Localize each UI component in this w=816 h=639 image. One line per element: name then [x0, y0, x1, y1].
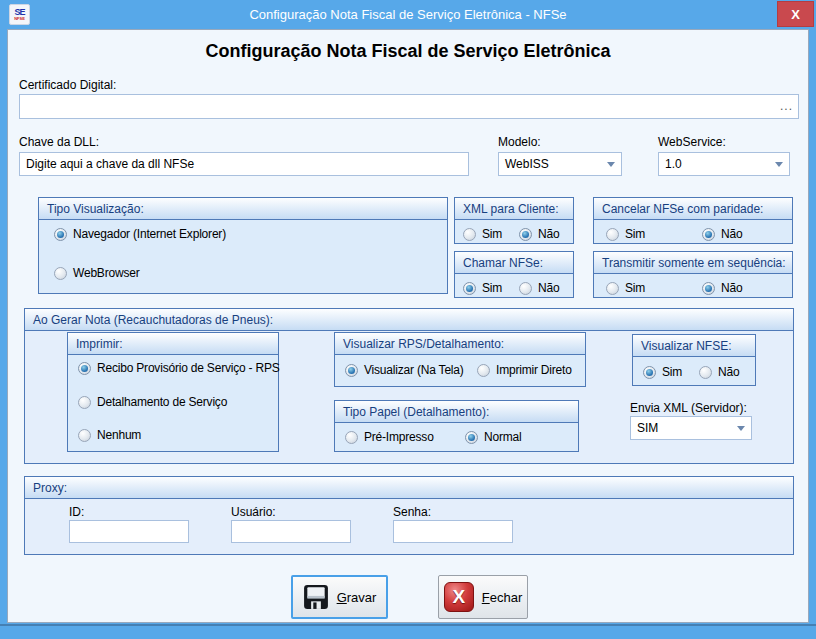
- radio-icon: [463, 282, 476, 295]
- radio-icon: [606, 282, 619, 295]
- radio-label: Sim: [662, 365, 682, 379]
- radio-icon: [345, 431, 358, 444]
- radio-imprimir-rps[interactable]: Recibo Provisório de Serviço - RPS: [78, 361, 280, 375]
- envia-xml-value: SIM: [637, 421, 737, 435]
- group-ao-gerar-nota: Ao Gerar Nota (Recauchutadoras de Pneus)…: [24, 308, 794, 464]
- group-cancelar-paridade-title: Cancelar NFSe com paridade:: [594, 198, 792, 220]
- page-title: Configuração Nota Fiscal de Serviço Elet…: [8, 41, 808, 62]
- close-button[interactable]: X: [777, 1, 814, 27]
- group-tipo-papel: Tipo Papel (Detalhamento): Pré-Impresso …: [334, 400, 579, 452]
- group-transmitir-sequencia-title: Transmitir somente em sequência:: [594, 252, 792, 274]
- webservice-value: 1.0: [665, 157, 775, 171]
- group-visualizar-nfse-title: Visualizar NFSE:: [633, 335, 755, 357]
- proxy-usuario-input[interactable]: [231, 520, 351, 543]
- group-tipo-papel-title: Tipo Papel (Detalhamento):: [335, 401, 578, 423]
- radio-icon: [477, 364, 490, 377]
- radio-label: Imprimir Direto: [496, 363, 572, 377]
- radio-visualizar-nfse-sim[interactable]: Sim: [643, 365, 682, 379]
- certificado-label: Certificado Digital:: [19, 78, 116, 92]
- chevron-down-icon: [775, 162, 783, 167]
- radio-chamar-sim[interactable]: Sim: [463, 281, 502, 295]
- fechar-button-label: Fechar: [482, 590, 522, 605]
- group-transmitir-sequencia: Transmitir somente em sequência: Sim Não: [593, 251, 793, 298]
- group-proxy-title: Proxy:: [25, 477, 793, 499]
- radio-label: Sim: [482, 227, 502, 241]
- radio-navegador-ie[interactable]: Navegador (Internet Explorer): [54, 227, 226, 241]
- radio-label: Não: [721, 281, 742, 295]
- radio-cancelar-nao[interactable]: Não: [702, 227, 742, 241]
- radio-xml-cliente-sim[interactable]: Sim: [463, 227, 502, 241]
- radio-icon: [78, 396, 91, 409]
- radio-label: Detalhamento de Serviço: [97, 395, 227, 409]
- group-visualizar-rps: Visualizar RPS/Detalhamento: Visualizar …: [334, 332, 586, 387]
- radio-normal[interactable]: Normal: [465, 430, 521, 444]
- close-x-icon: X: [444, 582, 474, 612]
- group-ao-gerar-nota-title: Ao Gerar Nota (Recauchutadoras de Pneus)…: [25, 309, 793, 331]
- fechar-button[interactable]: X Fechar: [438, 575, 528, 619]
- window-bottom-border: [0, 624, 816, 639]
- radio-label: Sim: [482, 281, 502, 295]
- radio-icon: [78, 429, 91, 442]
- radio-transmitir-sim[interactable]: Sim: [606, 281, 645, 295]
- modelo-label: Modelo:: [498, 135, 541, 149]
- radio-label: WebBrowser: [73, 266, 139, 280]
- certificado-browse-dots[interactable]: ...: [780, 99, 793, 113]
- group-imprimir-title: Imprimir:: [68, 333, 278, 355]
- chevron-down-icon: [607, 162, 615, 167]
- radio-icon: [519, 228, 532, 241]
- certificado-input[interactable]: [19, 94, 799, 119]
- app-icon-text-bottom: NFSE: [14, 17, 25, 21]
- radio-label: Não: [718, 365, 739, 379]
- webservice-label: WebService:: [658, 135, 726, 149]
- radio-icon: [643, 366, 656, 379]
- modelo-value: WebISS: [505, 157, 607, 171]
- envia-xml-dropdown[interactable]: SIM: [630, 416, 752, 440]
- webservice-dropdown[interactable]: 1.0: [658, 152, 790, 176]
- app-icon: SE NFSE: [9, 4, 30, 25]
- proxy-usuario-label: Usuário:: [231, 505, 276, 519]
- group-cancelar-paridade: Cancelar NFSe com paridade: Sim Não: [593, 197, 793, 244]
- radio-imprimir-direto[interactable]: Imprimir Direto: [477, 363, 572, 377]
- gravar-button[interactable]: Gravar: [291, 575, 388, 619]
- radio-pre-impresso[interactable]: Pré-Impresso: [345, 430, 434, 444]
- radio-icon: [606, 228, 619, 241]
- chave-dll-input[interactable]: [19, 152, 469, 176]
- group-visualizar-rps-title: Visualizar RPS/Detalhamento:: [335, 333, 585, 355]
- radio-transmitir-nao[interactable]: Não: [702, 281, 742, 295]
- radio-label: Não: [538, 227, 559, 241]
- radio-label: Recibo Provisório de Serviço - RPS: [97, 361, 280, 375]
- proxy-senha-input[interactable]: [393, 520, 513, 543]
- radio-imprimir-detalhamento[interactable]: Detalhamento de Serviço: [78, 395, 227, 409]
- radio-cancelar-sim[interactable]: Sim: [606, 227, 645, 241]
- radio-icon: [519, 282, 532, 295]
- radio-label: Pré-Impresso: [364, 430, 434, 444]
- group-proxy: Proxy: ID: Usuário: Senha:: [24, 476, 794, 555]
- radio-xml-cliente-nao[interactable]: Não: [519, 227, 559, 241]
- dialog-content: Configuração Nota Fiscal de Serviço Elet…: [7, 29, 809, 623]
- radio-visualizar-nfse-nao[interactable]: Não: [699, 365, 739, 379]
- chevron-down-icon: [737, 426, 745, 431]
- group-tipo-visualizacao: Tipo Visualização: Navegador (Internet E…: [38, 197, 448, 294]
- proxy-senha-label: Senha:: [393, 505, 431, 519]
- modelo-dropdown[interactable]: WebISS: [498, 152, 622, 176]
- gravar-button-label: Gravar: [337, 590, 377, 605]
- radio-label: Não: [721, 227, 742, 241]
- radio-icon: [699, 366, 712, 379]
- radio-icon: [345, 364, 358, 377]
- radio-label: Sim: [625, 227, 645, 241]
- group-tipo-visualizacao-title: Tipo Visualização:: [39, 198, 447, 220]
- envia-xml-label: Envia XML (Servidor):: [630, 401, 747, 415]
- radio-webbrowser[interactable]: WebBrowser: [54, 266, 139, 280]
- radio-icon: [465, 431, 478, 444]
- window-title: Configuração Nota Fiscal de Serviço Elet…: [0, 7, 816, 22]
- proxy-id-input[interactable]: [69, 520, 189, 543]
- radio-imprimir-nenhum[interactable]: Nenhum: [78, 428, 141, 442]
- radio-icon: [54, 228, 67, 241]
- group-chamar-nfse: Chamar NFSe: Sim Não: [454, 251, 574, 298]
- save-floppy-icon: [303, 584, 329, 610]
- radio-icon: [54, 267, 67, 280]
- radio-visualizar-na-tela[interactable]: Visualizar (Na Tela): [345, 363, 464, 377]
- radio-icon: [702, 228, 715, 241]
- radio-chamar-nao[interactable]: Não: [519, 281, 559, 295]
- group-chamar-nfse-title: Chamar NFSe:: [455, 252, 573, 274]
